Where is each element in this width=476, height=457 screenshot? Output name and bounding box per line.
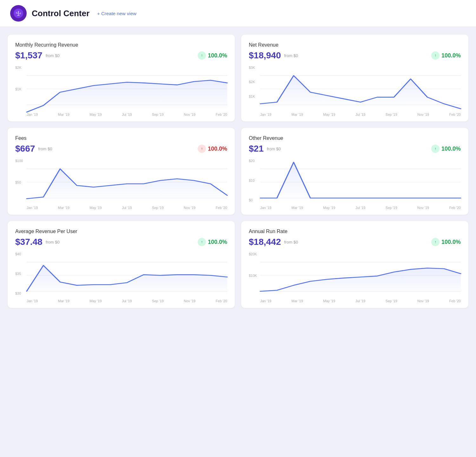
chart-svg-wrap-mrr: [27, 66, 227, 109]
chart-y-labels-mrr: $2K$1K: [15, 66, 27, 109]
y-label: $20: [249, 159, 260, 163]
card-value-arpu: $37.48: [15, 237, 43, 247]
x-label: Nov '19: [417, 299, 429, 303]
card-metrics-other-revenue: $21 from $0 ↑ 100.0%: [249, 144, 461, 154]
chart-y-labels-other-revenue: $20$10$0: [249, 159, 260, 202]
badge-icon-arpu: ↑: [198, 238, 206, 246]
chart-y-labels-arpu: $40$35$30: [15, 252, 27, 295]
badge-percent-net-revenue: 100.0%: [441, 52, 461, 59]
card-from-net-revenue: from $0: [284, 53, 298, 58]
x-label: Sep '19: [386, 113, 397, 116]
card-from-annual-run-rate: from $0: [284, 240, 298, 245]
y-label: $20K: [249, 252, 260, 256]
card-value-other-revenue: $21: [249, 144, 264, 154]
chart-svg-wrap-arpu: [27, 252, 227, 295]
card-badge-fees: ↑ 100.0%: [198, 145, 227, 153]
chart-area-mrr: $2K$1K: [15, 66, 227, 116]
card-title-arpu: Average Revenue Per User: [15, 229, 227, 234]
badge-percent-other-revenue: 100.0%: [441, 146, 461, 152]
chart-y-labels-annual-run-rate: $20K$10K: [249, 252, 260, 295]
card-title-annual-run-rate: Annual Run Rate: [249, 229, 461, 234]
y-label: $40: [15, 252, 27, 256]
x-label: Nov '19: [417, 113, 429, 116]
chart-svg-annual-run-rate: [260, 252, 461, 295]
dashboard-grid: Monthly Recurring Revenue $1,537 from $0…: [0, 27, 476, 316]
x-label: Mar '19: [58, 206, 69, 210]
chart-svg-arpu: [27, 252, 227, 295]
x-label: May '19: [323, 113, 335, 116]
chart-y-labels-fees: $100$50: [15, 159, 27, 202]
chart-area-other-revenue: $20$10$0: [249, 159, 461, 210]
card-badge-arpu: ↑ 100.0%: [198, 238, 227, 246]
x-label: Mar '19: [292, 206, 303, 210]
card-from-fees: from $0: [38, 147, 52, 151]
x-label: Jul '19: [355, 206, 365, 210]
chart-svg-fees: [27, 159, 227, 202]
chart-svg-net-revenue: [260, 66, 461, 109]
card-fees: Fees $667 from $0 ↑ 100.0% $100$50: [8, 128, 235, 215]
chart-svg-wrap-net-revenue: [260, 66, 461, 109]
card-metrics-fees: $667 from $0 ↑ 100.0%: [15, 144, 227, 154]
x-label: Nov '19: [184, 113, 195, 116]
chart-x-labels-annual-run-rate: Jan '19Mar '19May '19Jul '19Sep '19Nov '…: [260, 299, 461, 303]
x-label: Feb '20: [449, 299, 461, 303]
page-title: Control Center: [32, 9, 89, 18]
x-label: Mar '19: [292, 113, 303, 116]
svg-marker-12: [27, 80, 227, 112]
chart-svg-wrap-fees: [27, 159, 227, 202]
svg-marker-32: [260, 268, 461, 295]
card-metrics-net-revenue: $18,940 from $0 ↑ 100.0%: [249, 50, 461, 61]
card-from-other-revenue: from $0: [267, 147, 281, 151]
x-label: Jul '19: [122, 113, 132, 116]
card-badge-annual-run-rate: ↑ 100.0%: [431, 238, 461, 246]
x-label: Feb '20: [449, 113, 461, 116]
y-label: $1K: [249, 95, 260, 98]
card-value-fees: $667: [15, 144, 35, 154]
svg-point-7: [18, 11, 19, 12]
chart-area-arpu: $40$35$30: [15, 252, 227, 303]
y-label: $50: [15, 180, 27, 184]
chart-x-labels-mrr: Jan '19Mar '19May '19Jul '19Sep '19Nov '…: [27, 113, 227, 116]
y-label: $2K: [249, 80, 260, 84]
y-label: $2K: [15, 66, 27, 69]
card-metrics-arpu: $37.48 from $0 ↑ 100.0%: [15, 237, 227, 247]
card-net-revenue: Net Revenue $18,940 from $0 ↑ 100.0% $3K…: [241, 35, 468, 121]
y-label: $1K: [15, 87, 27, 91]
x-label: May '19: [323, 206, 335, 210]
badge-percent-arpu: 100.0%: [208, 239, 227, 245]
badge-icon-mrr: ↑: [198, 51, 206, 60]
card-annual-run-rate: Annual Run Rate $18,442 from $0 ↑ 100.0%…: [241, 221, 468, 308]
create-new-view-button[interactable]: + Create new view: [97, 11, 136, 16]
x-label: May '19: [89, 299, 102, 303]
chart-svg-wrap-annual-run-rate: [260, 252, 461, 295]
x-label: Sep '19: [386, 206, 397, 210]
x-label: Nov '19: [417, 206, 429, 210]
badge-percent-fees: 100.0%: [208, 146, 227, 152]
svg-rect-6: [17, 15, 20, 16]
x-label: May '19: [89, 113, 102, 116]
x-label: Jul '19: [122, 206, 132, 210]
x-label: May '19: [323, 299, 335, 303]
chart-x-labels-arpu: Jan '19Mar '19May '19Jul '19Sep '19Nov '…: [27, 299, 227, 303]
y-label: $100: [15, 159, 27, 163]
chart-area-fees: $100$50: [15, 159, 227, 210]
x-label: Jul '19: [355, 299, 365, 303]
badge-percent-mrr: 100.0%: [208, 52, 227, 59]
x-label: Jan '19: [27, 299, 38, 303]
x-label: Feb '20: [216, 113, 227, 116]
x-label: Sep '19: [386, 299, 397, 303]
badge-icon-other-revenue: ↑: [431, 145, 440, 153]
chart-x-labels-fees: Jan '19Mar '19May '19Jul '19Sep '19Nov '…: [27, 206, 227, 210]
chart-area-net-revenue: $3K$2K$1K: [249, 66, 461, 116]
x-label: May '19: [89, 206, 102, 210]
card-title-fees: Fees: [15, 135, 227, 141]
badge-icon-annual-run-rate: ↑: [431, 238, 440, 246]
x-label: Jan '19: [260, 206, 271, 210]
card-value-annual-run-rate: $18,442: [249, 237, 281, 247]
chart-x-labels-net-revenue: Jan '19Mar '19May '19Jul '19Sep '19Nov '…: [260, 113, 461, 116]
card-from-arpu: from $0: [46, 240, 60, 245]
y-label: $0: [249, 198, 260, 202]
card-other-revenue: Other Revenue $21 from $0 ↑ 100.0% $20$1…: [241, 128, 468, 215]
x-label: Jul '19: [122, 299, 132, 303]
x-label: Nov '19: [184, 206, 195, 210]
